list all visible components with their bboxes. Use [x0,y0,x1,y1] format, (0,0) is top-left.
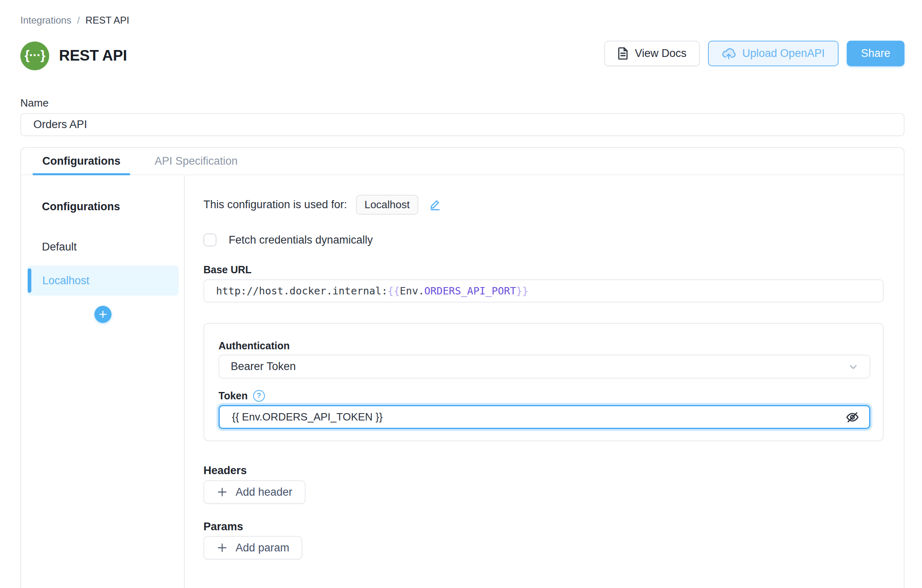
rest-api-icon: {···} [20,41,49,70]
auth-method-value: Bearer Token [231,360,296,373]
template-open-braces: {{ [387,285,400,297]
plus-icon [216,486,228,498]
view-docs-label: View Docs [635,47,686,60]
breadcrumb: Integrations / REST API [20,15,129,26]
upload-openapi-button[interactable]: Upload OpenAPI [708,41,839,66]
fetch-credentials-row: Fetch credentials dynamically [203,232,373,248]
breadcrumb-current: REST API [85,15,129,26]
params-label: Params [203,520,243,533]
cloud-upload-icon [722,48,736,60]
sidebar-item-localhost[interactable]: Localhost [27,266,179,296]
document-icon [618,47,629,60]
page-header: {···} REST API [20,41,127,70]
fetch-credentials-label: Fetch credentials dynamically [229,234,373,246]
sidebar-heading: Configurations [42,200,120,213]
add-configuration-button[interactable] [94,306,111,323]
fetch-credentials-checkbox[interactable] [203,233,216,246]
configuration-panel: This configuration is used for: Localhos… [185,175,904,588]
page-title: REST API [59,47,127,64]
token-input[interactable] [218,405,870,429]
upload-openapi-label: Upload OpenAPI [742,47,825,60]
chevron-down-icon [848,361,859,372]
plus-icon [216,542,228,553]
template-env-prefix: Env. [400,285,424,297]
authentication-label: Authentication [218,340,290,352]
auth-method-select[interactable]: Bearer Token [218,355,870,379]
configurations-sidebar: Configurations Default Localhost [21,175,185,588]
eye-off-icon [846,410,859,424]
integration-card: Configurations API Specification Configu… [20,147,905,588]
used-for-row: This configuration is used for: Localhos… [203,194,441,215]
card-body: Configurations Default Localhost [21,175,904,588]
add-param-button[interactable]: Add param [203,536,302,560]
plus-icon [99,310,107,318]
selected-indicator-bar [28,268,31,293]
breadcrumb-link-integrations[interactable]: Integrations [20,15,71,26]
base-url-input[interactable]: http://host.docker.internal:{{Env.ORDERS… [203,279,884,303]
pencil-icon [429,198,441,211]
add-header-button[interactable]: Add header [203,480,306,504]
toggle-token-visibility-button[interactable] [846,410,859,424]
headers-label: Headers [203,464,247,477]
token-label-row: Token ? [218,390,265,402]
rest-api-integration-page: Integrations / REST API {···} REST API V… [0,0,922,588]
environment-chip: Localhost [356,195,418,215]
help-icon[interactable]: ? [253,390,265,402]
share-label: Share [861,47,890,60]
sidebar-item-default[interactable]: Default [42,235,77,258]
base-url-label: Base URL [203,264,251,276]
share-button[interactable]: Share [847,41,905,66]
sidebar-item-localhost-label: Localhost [42,274,90,287]
token-input-field[interactable] [232,411,857,423]
breadcrumb-separator: / [77,15,80,26]
rest-api-icon-glyph: {···} [24,48,45,64]
token-label: Token [218,390,248,402]
template-close-braces: }} [516,285,529,297]
header-actions: View Docs Upload OpenAPI Share [604,41,905,66]
tab-bar: Configurations API Specification [21,148,904,175]
edit-environments-button[interactable] [429,198,441,211]
view-docs-button[interactable]: View Docs [604,41,700,66]
base-url-text: http://host.docker.internal: [216,285,387,297]
name-input[interactable] [20,113,905,136]
tab-configurations[interactable]: Configurations [33,148,130,174]
name-label: Name [20,97,48,109]
tab-api-specification[interactable]: API Specification [145,148,247,174]
used-for-label: This configuration is used for: [203,198,347,211]
add-header-label: Add header [236,486,293,499]
authentication-section: Authentication Bearer Token Token ? [203,323,884,441]
add-param-label: Add param [236,542,289,554]
template-variable: ORDERS_API_PORT [424,285,516,297]
